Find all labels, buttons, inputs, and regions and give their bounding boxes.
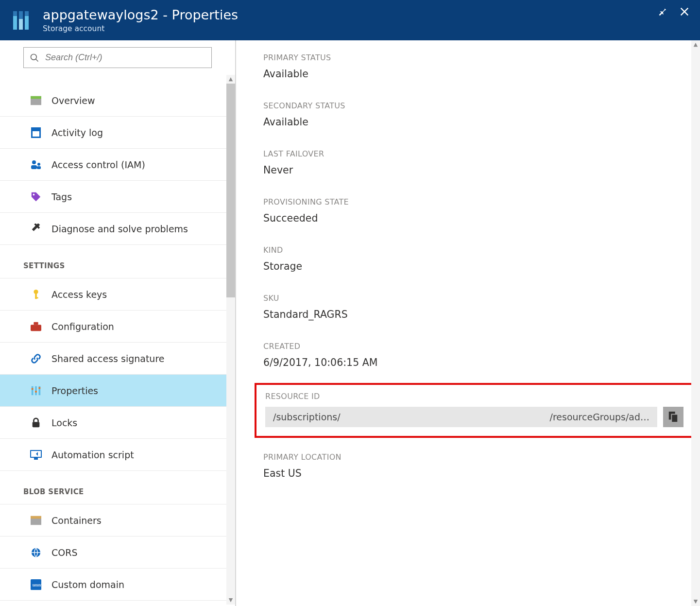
sidebar-item-cors[interactable]: CORS: [0, 537, 226, 569]
svg-point-8: [31, 54, 37, 60]
sidebar-item-label: Access keys: [51, 289, 107, 300]
prop-label-resource-id: RESOURCE ID: [265, 392, 683, 401]
sidebar-item-configuration[interactable]: Configuration: [0, 311, 226, 343]
search-input-wrapper[interactable]: [23, 47, 212, 68]
svg-rect-11: [31, 96, 41, 99]
prop-value-primary-status: Available: [263, 68, 685, 80]
storage-account-icon: [11, 9, 34, 32]
sidebar-item-access-control[interactable]: Access control (IAM): [0, 149, 226, 181]
svg-rect-23: [31, 325, 41, 331]
resource-id-highlight: RESOURCE ID /subscriptions/ /resourceGro…: [255, 383, 694, 438]
prop-value-primary-location: East US: [263, 467, 685, 479]
scroll-down-icon[interactable]: ▼: [694, 597, 698, 606]
sidebar-item-automation-script[interactable]: Automation script: [0, 439, 226, 471]
sidebar-item-label: Overview: [51, 95, 95, 106]
svg-rect-24: [34, 322, 38, 325]
blade-subtitle: Storage account: [43, 24, 238, 33]
prop-label-provisioning-state: PROVISIONING STATE: [263, 197, 685, 207]
prop-value-secondary-status: Available: [263, 116, 685, 128]
scroll-thumb[interactable]: [226, 84, 235, 297]
sidebar-item-label: Configuration: [51, 321, 114, 332]
svg-rect-18: [37, 166, 41, 169]
svg-rect-25: [32, 386, 34, 395]
prop-label-secondary-status: SECONDARY STATUS: [263, 101, 685, 110]
svg-rect-28: [32, 388, 34, 390]
main-scrollbar[interactable]: ▲ ▼: [691, 40, 700, 606]
diagnose-icon: [30, 223, 42, 235]
svg-rect-36: [31, 516, 41, 519]
svg-text:www: www: [32, 583, 41, 587]
prop-value-sku: Standard_RAGRS: [263, 309, 685, 320]
sidebar-item-locks[interactable]: Locks: [0, 407, 226, 439]
sidebar-item-label: Automation script: [51, 450, 134, 460]
lock-icon: [30, 417, 42, 429]
key-icon: [30, 289, 42, 300]
overview-icon: [30, 95, 42, 106]
svg-rect-33: [34, 458, 38, 460]
sidebar-section-settings: SETTINGS: [0, 245, 226, 278]
sidebar-item-activity-log[interactable]: Activity log: [0, 117, 226, 149]
resource-id-field[interactable]: /subscriptions/ /resourceGroups/ad…: [265, 407, 657, 427]
sidebar-item-label: Diagnose and solve problems: [51, 224, 188, 234]
sidebar-item-label: Locks: [51, 417, 77, 428]
svg-point-15: [32, 160, 36, 164]
prop-value-created: 6/9/2017, 10:06:15 AM: [263, 357, 685, 368]
resource-id-value-left: /subscriptions/: [273, 412, 341, 422]
svg-rect-1: [13, 11, 17, 16]
search-input[interactable]: [45, 52, 206, 63]
sidebar-item-tags[interactable]: Tags: [0, 181, 226, 213]
automation-icon: [30, 449, 42, 461]
sidebar: Overview Activity log Access control (IA…: [0, 40, 236, 606]
sidebar-item-diagnose[interactable]: Diagnose and solve problems: [0, 213, 226, 245]
prop-label-primary-location: PRIMARY LOCATION: [263, 452, 685, 462]
prop-value-kind: Storage: [263, 260, 685, 272]
blade-title: appgatewaylogs2 - Properties: [43, 7, 238, 23]
copy-button[interactable]: [663, 407, 683, 427]
sidebar-item-label: Shared access signature: [51, 353, 165, 364]
cors-icon: [30, 547, 42, 558]
configuration-icon: [30, 321, 42, 332]
sidebar-item-label: Containers: [51, 515, 102, 526]
sidebar-item-custom-domain[interactable]: www Custom domain: [0, 569, 226, 601]
sidebar-scrollbar[interactable]: ▲ ▼: [226, 75, 235, 605]
containers-icon: [30, 515, 42, 526]
svg-rect-29: [35, 391, 37, 393]
svg-rect-16: [31, 165, 37, 169]
sidebar-item-label: CORS: [51, 547, 77, 558]
pin-icon[interactable]: [655, 5, 669, 18]
prop-label-primary-status: PRIMARY STATUS: [263, 53, 685, 62]
svg-rect-5: [25, 11, 29, 16]
svg-rect-41: [671, 415, 678, 423]
custom-domain-icon: www: [30, 579, 42, 590]
scroll-up-icon[interactable]: ▲: [229, 75, 233, 84]
access-control-icon: [30, 159, 42, 171]
link-icon: [30, 353, 42, 364]
tags-icon: [30, 191, 42, 203]
scroll-up-icon[interactable]: ▲: [694, 40, 698, 49]
close-icon[interactable]: [678, 5, 691, 18]
sidebar-item-containers[interactable]: Containers: [0, 504, 226, 537]
sidebar-item-label: Custom domain: [51, 579, 124, 590]
svg-rect-14: [33, 129, 39, 131]
svg-rect-22: [35, 297, 38, 298]
sidebar-item-properties[interactable]: Properties: [0, 375, 226, 407]
svg-rect-3: [19, 11, 23, 19]
svg-rect-31: [33, 422, 40, 427]
sidebar-item-sas[interactable]: Shared access signature: [0, 343, 226, 375]
svg-point-20: [34, 289, 38, 294]
svg-rect-30: [39, 387, 41, 389]
copy-icon: [667, 411, 679, 423]
activity-log-icon: [30, 127, 42, 139]
sidebar-item-overview[interactable]: Overview: [0, 85, 226, 117]
sidebar-item-access-keys[interactable]: Access keys: [0, 278, 226, 311]
scroll-down-icon[interactable]: ▼: [229, 596, 233, 605]
sidebar-item-label: Activity log: [51, 127, 103, 138]
resource-id-value-right: /resourceGroups/ad…: [550, 412, 649, 422]
properties-panel: PRIMARY STATUS Available SECONDARY STATU…: [236, 40, 700, 606]
properties-icon: [30, 385, 42, 397]
prop-label-kind: KIND: [263, 245, 685, 255]
sidebar-item-label: Tags: [51, 191, 72, 202]
sidebar-item-label: Properties: [51, 385, 98, 396]
prop-label-last-failover: LAST FAILOVER: [263, 149, 685, 158]
sidebar-item-label: Access control (IAM): [51, 159, 145, 170]
